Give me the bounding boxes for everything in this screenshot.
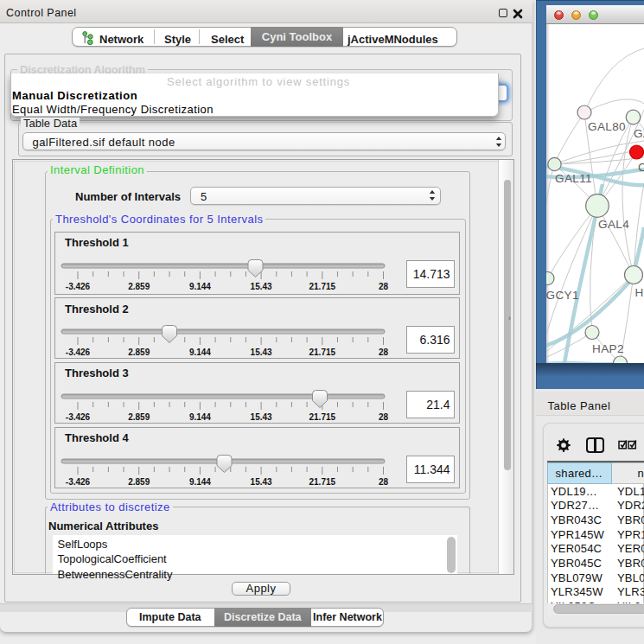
svg-text:GAL80: GAL80 xyxy=(588,120,626,133)
svg-text:C: C xyxy=(638,161,644,174)
svg-text:H: H xyxy=(635,286,644,299)
svg-text:GAL4: GAL4 xyxy=(598,218,629,231)
svg-text:HAP2: HAP2 xyxy=(592,342,624,355)
svg-text:GAL11: GAL11 xyxy=(555,172,592,185)
svg-text:GCY1: GCY1 xyxy=(546,289,579,302)
svg-text:GA: GA xyxy=(634,127,644,140)
